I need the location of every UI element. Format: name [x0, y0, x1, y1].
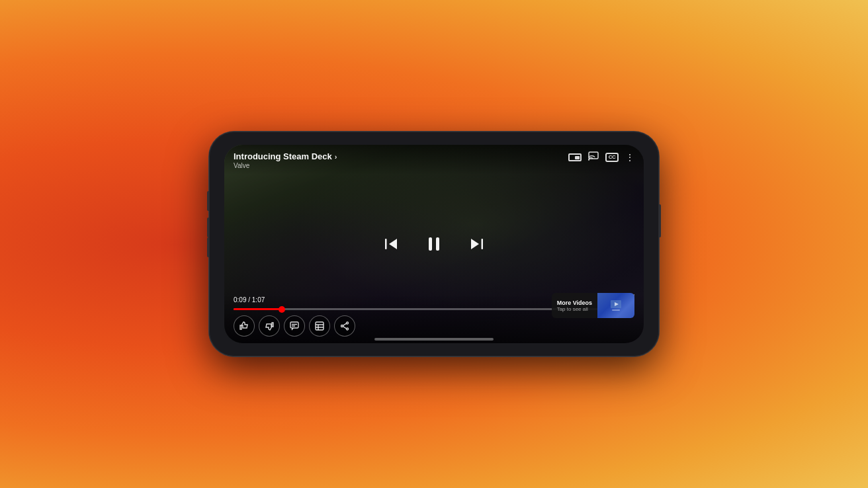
phone-shell: Introducing Steam Deck › Valve: [209, 132, 659, 356]
svg-rect-20: [611, 300, 621, 308]
pause-button[interactable]: [425, 235, 443, 253]
progress-fill: [234, 308, 282, 310]
cc-icon[interactable]: CC: [605, 153, 619, 162]
video-title-text: Introducing Steam Deck: [234, 151, 332, 161]
chapters-button[interactable]: [309, 315, 330, 337]
svg-rect-5: [436, 237, 439, 251]
svg-marker-21: [615, 302, 619, 306]
svg-marker-3: [389, 239, 397, 249]
more-videos-text: More Videos Tap to see all: [552, 300, 597, 312]
like-button[interactable]: [234, 315, 255, 337]
svg-line-19: [343, 327, 347, 329]
svg-point-17: [341, 325, 343, 327]
phone-screen: Introducing Steam Deck › Valve: [224, 145, 644, 343]
more-videos-label: More Videos: [557, 300, 592, 306]
more-videos-thumbnail: [597, 293, 634, 318]
svg-line-18: [343, 323, 347, 325]
playback-controls: [384, 235, 484, 253]
svg-rect-8: [290, 322, 298, 328]
skip-forward-button[interactable]: [470, 237, 484, 251]
action-row: [234, 315, 634, 337]
comment-button[interactable]: [284, 315, 305, 337]
title-chevron-icon: ›: [335, 153, 337, 161]
video-title-block[interactable]: Introducing Steam Deck › Valve: [234, 151, 337, 169]
svg-point-16: [347, 328, 349, 330]
svg-marker-7: [471, 239, 479, 249]
video-area: Introducing Steam Deck › Valve: [224, 145, 644, 343]
svg-rect-22: [612, 309, 620, 311]
svg-rect-6: [482, 239, 484, 249]
skip-back-button[interactable]: [384, 237, 398, 251]
video-title-row[interactable]: Introducing Steam Deck ›: [234, 151, 337, 161]
time-display: 0:09 / 1:07: [234, 296, 265, 304]
svg-rect-11: [316, 322, 324, 330]
cast-icon[interactable]: [588, 151, 599, 163]
scroll-indicator: [374, 338, 494, 341]
progress-thumb: [279, 306, 285, 313]
more-videos-sub: Tap to see all: [557, 306, 592, 312]
top-bar: Introducing Steam Deck › Valve: [224, 145, 644, 175]
svg-point-15: [347, 322, 349, 324]
more-options-icon[interactable]: ⋮: [625, 152, 634, 163]
svg-rect-4: [429, 237, 432, 251]
share-button[interactable]: [334, 315, 355, 337]
video-channel: Valve: [234, 162, 337, 169]
svg-rect-2: [385, 239, 387, 249]
pip-icon[interactable]: [568, 153, 582, 161]
dislike-button[interactable]: [259, 315, 280, 337]
top-controls: CC ⋮: [568, 151, 634, 163]
more-videos-card[interactable]: More Videos Tap to see all: [552, 293, 634, 318]
